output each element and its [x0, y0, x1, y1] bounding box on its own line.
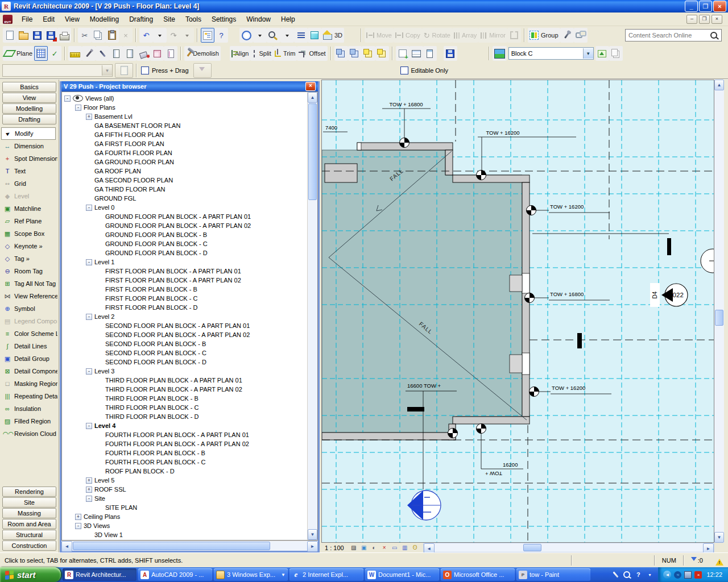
tree-expander-icon[interactable]: - — [86, 205, 92, 211]
drawing-area[interactable]: FALL FALL — [321, 80, 725, 552]
door-schedule-button[interactable] — [423, 46, 437, 61]
tree-item[interactable]: FOURTH FLOOR PLAN BLOCK - A PART PLAN 01 — [62, 430, 307, 439]
tree-item[interactable]: FIRST FLOOR PLAN BLOCK - B — [62, 285, 307, 294]
shadows-icon[interactable]: ◐ — [370, 544, 379, 552]
tree-item[interactable]: FIRST FLOOR PLAN BLOCK - A PART PLAN 01 — [62, 267, 307, 276]
tree-item[interactable]: SECOND FLOOR PLAN BLOCK - D — [62, 357, 307, 367]
tree-item[interactable]: +ROOF SSL — [62, 485, 307, 494]
tree-horizontal-scrollbar[interactable]: ◄ ► — [61, 541, 318, 551]
tree-item[interactable]: GA GROUND FLOOR PLAN — [62, 157, 307, 167]
demolish-button[interactable]: Demolish — [184, 46, 221, 61]
tree-item[interactable]: SECOND FLOOR PLAN BLOCK - A PART PLAN 02 — [62, 330, 307, 339]
start-button[interactable]: start — [0, 567, 61, 582]
zoom-button[interactable] — [267, 28, 280, 43]
design-tab-construction[interactable]: Construction — [2, 541, 56, 551]
tree-item[interactable]: GA SECOND FLOOR PLAN — [62, 176, 307, 185]
scroll-up-icon[interactable]: ▲ — [714, 80, 724, 90]
tree-item[interactable]: -Views (all) — [62, 94, 307, 103]
tree-expander-icon[interactable]: + — [75, 514, 81, 520]
design-tool-color-scheme-l[interactable]: ≡Color Scheme L — [1, 327, 57, 340]
mdi-restore-button[interactable]: ❐ — [699, 15, 710, 24]
tree-item[interactable]: THIRD FLOOR PLAN BLOCK - A PART PLAN 02 — [62, 385, 307, 394]
design-tool-view-reference[interactable]: ⋈View Reference — [1, 290, 57, 302]
tree-item[interactable]: THIRD FLOOR PLAN BLOCK - C — [62, 403, 307, 412]
print-button[interactable] — [57, 28, 71, 43]
detail-level-icon[interactable]: ▨ — [349, 544, 358, 552]
schedule-button[interactable] — [410, 46, 423, 61]
floor-plan-view[interactable]: FALL FALL — [321, 80, 714, 543]
open-button[interactable] — [16, 28, 30, 43]
tree-item[interactable]: ROOF PLAN BLOCK - D — [62, 467, 307, 476]
scroll-down-icon[interactable]: ▼ — [714, 532, 724, 543]
design-tool-matchline[interactable]: ▣Matchline — [1, 202, 57, 215]
design-tab-massing[interactable]: Massing — [2, 508, 56, 518]
tree-item[interactable]: GROUND FLOOR PLAN BLOCK - C — [62, 239, 307, 248]
grid-toggle[interactable] — [34, 46, 48, 61]
tree-item[interactable]: -Level 2 — [62, 312, 307, 321]
split-button[interactable]: Split — [250, 46, 272, 61]
tree-item[interactable]: -Level 3 — [62, 367, 307, 376]
design-tool-tag-[interactable]: ◇Tag » — [1, 252, 57, 265]
view-list-button[interactable] — [294, 28, 308, 43]
resize-button[interactable] — [507, 28, 521, 43]
box-button[interactable] — [150, 46, 164, 61]
design-tool-modify[interactable]: ►Modify — [1, 127, 56, 140]
redo-history-button[interactable] — [180, 28, 194, 43]
tape-measure-button[interactable] — [68, 46, 82, 61]
tree-item[interactable]: -Level 1 — [62, 257, 307, 267]
tree-item[interactable]: GROUND FGL — [62, 194, 307, 203]
paste-button[interactable] — [105, 28, 119, 43]
scroll-down-icon[interactable]: ▼ — [308, 529, 317, 540]
design-tool-repeating-deta[interactable]: |||Repeating Deta — [1, 390, 57, 402]
tree-expander-icon[interactable]: - — [86, 423, 92, 429]
tree-item[interactable]: FOURTH FLOOR PLAN BLOCK - C — [62, 458, 307, 467]
mdi-close-button[interactable]: × — [712, 15, 722, 24]
crop-region-icon[interactable]: ▭ — [390, 544, 399, 552]
tree-item[interactable]: THIRD FLOOR PLAN BLOCK - B — [62, 394, 307, 403]
design-tool-room-tag[interactable]: ⊖Room Tag — [1, 265, 57, 277]
save-selection-button[interactable] — [444, 46, 457, 61]
tree-item[interactable]: FIRST FLOOR PLAN BLOCK - A PART PLAN 02 — [62, 276, 307, 285]
model-graphics-icon[interactable]: ▣ — [359, 544, 369, 552]
tree-item[interactable]: GA BASEMENT FLOOR PLAN — [62, 121, 307, 130]
tree-expander-icon[interactable]: - — [86, 368, 92, 375]
menu-drafting[interactable]: Drafting — [124, 14, 158, 25]
design-tool-spot-dimension[interactable]: +Spot Dimension — [1, 152, 57, 165]
filter-button[interactable] — [193, 63, 212, 78]
workset-c-button[interactable] — [362, 46, 375, 61]
taskbar-task-word[interactable]: WDocument1 - Mic... — [365, 568, 439, 581]
move-button[interactable]: Move — [365, 28, 394, 43]
wheel-drop-button[interactable] — [253, 28, 267, 43]
tree-item[interactable]: -Level 0 — [62, 203, 307, 212]
tree-item[interactable]: GA FIFTH FLOOR PLAN — [62, 130, 307, 139]
taskbar-task-folder[interactable]: 3 Windows Exp...▼ — [214, 568, 288, 581]
tree-item[interactable]: -Site — [62, 494, 307, 503]
tree-item[interactable]: GROUND FLOOR PLAN BLOCK - D — [62, 248, 307, 257]
design-tool-masking-region[interactable]: □Masking Region — [1, 377, 57, 390]
tree-expander-icon[interactable]: - — [75, 523, 81, 529]
taskbar-task-autocad[interactable]: AAutoCAD 2009 - ... — [138, 568, 212, 581]
design-tool-dimension[interactable]: ↔Dimension — [1, 140, 57, 152]
menu-settings[interactable]: Settings — [206, 14, 241, 25]
zoom-drop-button[interactable] — [280, 28, 294, 43]
tree-item[interactable]: +Level 5 — [62, 476, 307, 485]
tree-expander-icon[interactable]: - — [75, 105, 81, 111]
network-activity-icon[interactable]: ≈ — [674, 571, 681, 579]
design-tool-text[interactable]: TText — [1, 165, 57, 177]
undo-history-button[interactable] — [153, 28, 167, 43]
door-tag[interactable]: D4 4022 — [650, 283, 688, 307]
save-button[interactable] — [30, 28, 44, 43]
tree-item[interactable]: SECOND FLOOR PLAN BLOCK - B — [62, 339, 307, 348]
menu-window[interactable]: Window — [241, 14, 276, 25]
hide-icons-chevron-icon[interactable]: ◄ — [663, 571, 671, 579]
close-button[interactable]: × — [713, 1, 726, 12]
tree-expander-icon[interactable]: + — [86, 477, 92, 484]
array-button[interactable]: Array — [452, 28, 478, 43]
workset-select[interactable]: Block C▼ — [508, 47, 594, 60]
tree-expander-icon[interactable]: - — [64, 95, 71, 102]
editable-workset-button[interactable] — [595, 46, 609, 61]
design-tool-scope-box[interactable]: ▦Scope Box — [1, 227, 57, 240]
tree-expander-icon[interactable]: - — [86, 259, 92, 265]
project-browser-toggle[interactable] — [201, 28, 214, 43]
copy-modify-button[interactable]: Copy — [394, 28, 422, 43]
